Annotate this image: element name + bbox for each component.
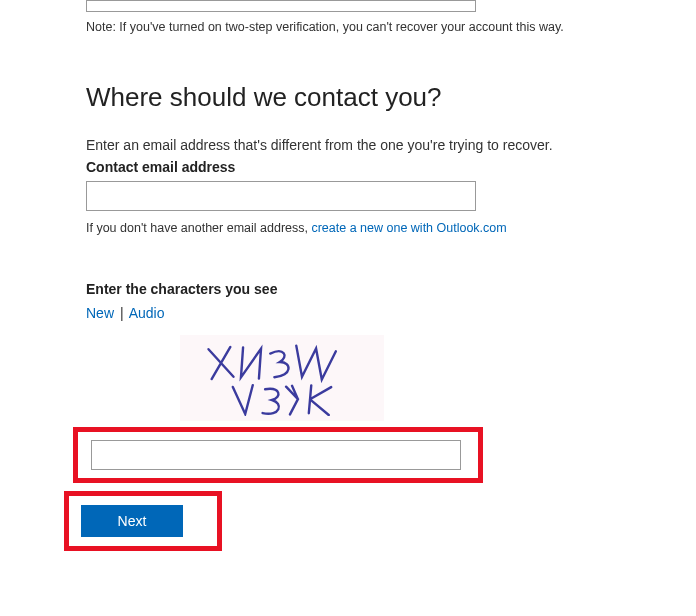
email-instruction: Enter an email address that's different … <box>86 137 696 153</box>
contact-email-input[interactable] <box>86 181 476 211</box>
helper-text: If you don't have another email address, <box>86 221 311 235</box>
captcha-distorted-text-icon <box>192 340 372 416</box>
email-label: Contact email address <box>86 159 696 175</box>
create-outlook-link[interactable]: create a new one with Outlook.com <box>311 221 506 235</box>
captcha-new-link[interactable]: New <box>86 305 114 321</box>
captcha-image <box>180 335 384 421</box>
captcha-input[interactable] <box>91 440 461 470</box>
page-heading: Where should we contact you? <box>86 82 696 113</box>
captcha-label: Enter the characters you see <box>86 281 696 297</box>
captcha-audio-link[interactable]: Audio <box>129 305 165 321</box>
next-button[interactable]: Next <box>81 505 183 537</box>
captcha-links-row: New | Audio <box>86 305 696 321</box>
captcha-input-highlight <box>73 427 483 483</box>
helper-row: If you don't have another email address,… <box>86 221 696 235</box>
captcha-divider: | <box>120 305 124 321</box>
previous-input-bottom <box>86 0 476 12</box>
next-button-highlight: Next <box>64 491 222 551</box>
two-step-note: Note: If you've turned on two-step verif… <box>86 20 696 34</box>
